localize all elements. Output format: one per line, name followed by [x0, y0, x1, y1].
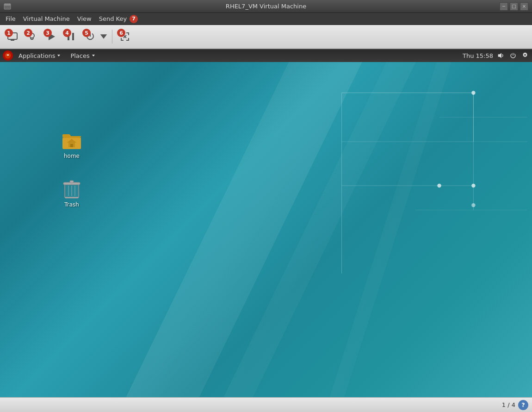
- svg-point-27: [471, 184, 475, 187]
- gnome-panel: Applications Places Thu 15:58: [0, 49, 532, 62]
- svg-marker-15: [92, 55, 95, 56]
- titlebar-controls: − □ ×: [500, 2, 528, 11]
- svg-rect-43: [70, 181, 74, 183]
- svg-rect-9: [72, 33, 74, 40]
- fullscreen-button[interactable]: 6: [116, 28, 134, 45]
- power-dropdown-button[interactable]: [99, 28, 108, 45]
- maximize-button[interactable]: □: [510, 2, 518, 11]
- svg-rect-1: [4, 4, 11, 6]
- toolbar-separator: [112, 30, 112, 44]
- svg-marker-18: [122, 62, 366, 397]
- svg-point-29: [471, 203, 475, 207]
- places-menu[interactable]: Places: [67, 51, 99, 60]
- trash-icon[interactable]: Trash: [53, 175, 90, 210]
- gnome-panel-right: Thu 15:58: [463, 51, 529, 60]
- svg-marker-10: [100, 34, 107, 39]
- play-button[interactable]: 3: [43, 28, 60, 45]
- power-group: 5: [81, 28, 108, 45]
- gnome-panel-left: Applications Places: [3, 50, 99, 61]
- vm-container: Applications Places Thu 15:58: [0, 49, 532, 397]
- virtual-machine-menu[interactable]: Virtual Machine: [19, 14, 74, 24]
- badge-3: 3: [43, 29, 52, 37]
- power-icon[interactable]: [509, 51, 517, 60]
- minimize-button[interactable]: −: [500, 2, 508, 11]
- badge-1: 1: [5, 29, 13, 37]
- svg-point-26: [471, 91, 475, 94]
- badge-4: 4: [63, 29, 71, 37]
- svg-rect-38: [70, 144, 73, 147]
- file-menu[interactable]: File: [2, 14, 19, 24]
- menubar: File Virtual Machine View Send Key 7: [0, 13, 532, 25]
- screenshot-button[interactable]: 1: [4, 28, 21, 45]
- toolbar: 1 2 3 4 5: [0, 25, 532, 49]
- desktop: home: [0, 62, 532, 397]
- window-icon: [4, 3, 11, 10]
- trash-label: Trash: [64, 201, 79, 208]
- svg-marker-14: [57, 55, 60, 56]
- overview-button[interactable]: 2: [23, 28, 41, 45]
- statusbar: 1 / 4 ?: [0, 397, 532, 412]
- close-button[interactable]: ×: [520, 2, 528, 11]
- titlebar: RHEL7_VM Virtual Machine − □ ×: [0, 0, 532, 13]
- view-menu[interactable]: View: [74, 14, 95, 24]
- page-indicator: 1 / 4: [502, 401, 515, 408]
- svg-rect-47: [65, 185, 78, 197]
- badge-6: 6: [117, 29, 125, 37]
- pause-button[interactable]: 4: [62, 28, 80, 45]
- svg-point-17: [524, 54, 526, 56]
- volume-icon[interactable]: [497, 51, 505, 60]
- settings-icon[interactable]: [521, 51, 529, 60]
- titlebar-left: [4, 3, 11, 10]
- send-key-menu[interactable]: Send Key 7: [95, 14, 142, 24]
- home-folder-label: home: [64, 153, 80, 159]
- badge-2: 2: [24, 29, 32, 37]
- gnome-logo[interactable]: [3, 50, 13, 61]
- help-button[interactable]: ?: [518, 400, 528, 410]
- badge-5: 5: [82, 29, 91, 37]
- applications-menu[interactable]: Applications: [15, 51, 65, 60]
- svg-marker-20: [327, 62, 454, 397]
- svg-point-28: [437, 184, 441, 187]
- sendkey-badge: 7: [130, 15, 138, 23]
- home-folder-icon[interactable]: home: [53, 127, 90, 161]
- trash-image: [61, 177, 83, 200]
- svg-marker-19: [220, 62, 420, 397]
- window-title: RHEL7_VM Virtual Machine: [226, 3, 306, 10]
- home-folder-image: [61, 129, 83, 151]
- gnome-clock[interactable]: Thu 15:58: [463, 52, 493, 59]
- power-button[interactable]: 5: [81, 28, 99, 45]
